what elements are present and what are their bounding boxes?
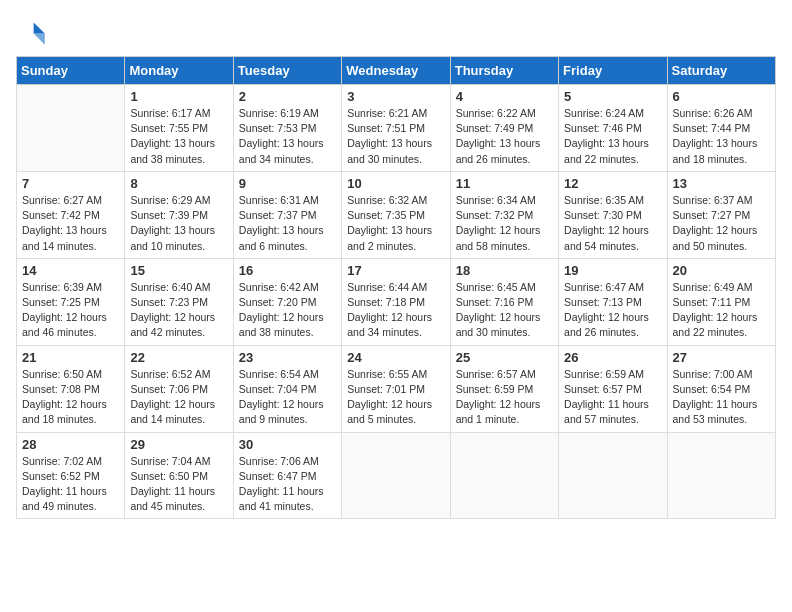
sunset-text: Sunset: 7:44 PM [673,121,770,136]
day-info: Sunrise: 6:17 AM Sunset: 7:55 PM Dayligh… [130,106,227,167]
day-number: 10 [347,176,444,191]
daylight-text: Daylight: 13 hours and 10 minutes. [130,223,227,253]
calendar-cell [559,432,667,519]
sunrise-text: Sunrise: 6:42 AM [239,280,336,295]
sunset-text: Sunset: 7:37 PM [239,208,336,223]
daylight-text: Daylight: 13 hours and 34 minutes. [239,136,336,166]
column-header-sunday: Sunday [17,57,125,85]
calendar-cell: 23 Sunrise: 6:54 AM Sunset: 7:04 PM Dayl… [233,345,341,432]
sunset-text: Sunset: 6:50 PM [130,469,227,484]
calendar-cell: 14 Sunrise: 6:39 AM Sunset: 7:25 PM Dayl… [17,258,125,345]
calendar-cell: 7 Sunrise: 6:27 AM Sunset: 7:42 PM Dayli… [17,171,125,258]
day-info: Sunrise: 6:45 AM Sunset: 7:16 PM Dayligh… [456,280,553,341]
sunrise-text: Sunrise: 7:00 AM [673,367,770,382]
daylight-text: Daylight: 12 hours and 42 minutes. [130,310,227,340]
daylight-text: Daylight: 12 hours and 54 minutes. [564,223,661,253]
calendar-week-row: 1 Sunrise: 6:17 AM Sunset: 7:55 PM Dayli… [17,85,776,172]
svg-marker-1 [34,34,45,45]
daylight-text: Daylight: 13 hours and 38 minutes. [130,136,227,166]
day-number: 24 [347,350,444,365]
calendar-week-row: 21 Sunrise: 6:50 AM Sunset: 7:08 PM Dayl… [17,345,776,432]
day-info: Sunrise: 6:52 AM Sunset: 7:06 PM Dayligh… [130,367,227,428]
daylight-text: Daylight: 12 hours and 5 minutes. [347,397,444,427]
calendar-cell: 30 Sunrise: 7:06 AM Sunset: 6:47 PM Dayl… [233,432,341,519]
daylight-text: Daylight: 11 hours and 53 minutes. [673,397,770,427]
sunset-text: Sunset: 7:16 PM [456,295,553,310]
day-number: 5 [564,89,661,104]
calendar-header-row: SundayMondayTuesdayWednesdayThursdayFrid… [17,57,776,85]
calendar-cell [342,432,450,519]
calendar-cell [667,432,775,519]
day-number: 1 [130,89,227,104]
calendar-cell: 20 Sunrise: 6:49 AM Sunset: 7:11 PM Dayl… [667,258,775,345]
sunrise-text: Sunrise: 6:45 AM [456,280,553,295]
sunrise-text: Sunrise: 6:49 AM [673,280,770,295]
day-info: Sunrise: 7:06 AM Sunset: 6:47 PM Dayligh… [239,454,336,515]
sunset-text: Sunset: 7:32 PM [456,208,553,223]
day-info: Sunrise: 6:27 AM Sunset: 7:42 PM Dayligh… [22,193,119,254]
day-info: Sunrise: 6:35 AM Sunset: 7:30 PM Dayligh… [564,193,661,254]
daylight-text: Daylight: 12 hours and 46 minutes. [22,310,119,340]
sunrise-text: Sunrise: 6:54 AM [239,367,336,382]
day-number: 18 [456,263,553,278]
day-info: Sunrise: 6:57 AM Sunset: 6:59 PM Dayligh… [456,367,553,428]
calendar-cell: 27 Sunrise: 7:00 AM Sunset: 6:54 PM Dayl… [667,345,775,432]
daylight-text: Daylight: 13 hours and 18 minutes. [673,136,770,166]
day-info: Sunrise: 6:40 AM Sunset: 7:23 PM Dayligh… [130,280,227,341]
day-info: Sunrise: 6:31 AM Sunset: 7:37 PM Dayligh… [239,193,336,254]
sunset-text: Sunset: 7:27 PM [673,208,770,223]
sunset-text: Sunset: 7:39 PM [130,208,227,223]
day-info: Sunrise: 7:00 AM Sunset: 6:54 PM Dayligh… [673,367,770,428]
sunset-text: Sunset: 7:25 PM [22,295,119,310]
calendar-table: SundayMondayTuesdayWednesdayThursdayFrid… [16,56,776,519]
sunset-text: Sunset: 7:04 PM [239,382,336,397]
sunrise-text: Sunrise: 6:24 AM [564,106,661,121]
day-number: 15 [130,263,227,278]
daylight-text: Daylight: 12 hours and 34 minutes. [347,310,444,340]
day-number: 27 [673,350,770,365]
sunrise-text: Sunrise: 6:47 AM [564,280,661,295]
sunset-text: Sunset: 7:42 PM [22,208,119,223]
daylight-text: Daylight: 12 hours and 38 minutes. [239,310,336,340]
day-info: Sunrise: 6:44 AM Sunset: 7:18 PM Dayligh… [347,280,444,341]
sunrise-text: Sunrise: 6:52 AM [130,367,227,382]
sunrise-text: Sunrise: 6:17 AM [130,106,227,121]
sunset-text: Sunset: 7:53 PM [239,121,336,136]
logo-icon [16,16,48,48]
sunset-text: Sunset: 7:49 PM [456,121,553,136]
sunset-text: Sunset: 7:30 PM [564,208,661,223]
day-number: 21 [22,350,119,365]
sunrise-text: Sunrise: 7:06 AM [239,454,336,469]
day-number: 29 [130,437,227,452]
calendar-cell: 21 Sunrise: 6:50 AM Sunset: 7:08 PM Dayl… [17,345,125,432]
sunrise-text: Sunrise: 6:32 AM [347,193,444,208]
day-info: Sunrise: 7:04 AM Sunset: 6:50 PM Dayligh… [130,454,227,515]
day-number: 2 [239,89,336,104]
sunrise-text: Sunrise: 6:19 AM [239,106,336,121]
sunrise-text: Sunrise: 7:02 AM [22,454,119,469]
day-number: 11 [456,176,553,191]
sunrise-text: Sunrise: 6:39 AM [22,280,119,295]
day-info: Sunrise: 6:42 AM Sunset: 7:20 PM Dayligh… [239,280,336,341]
day-number: 7 [22,176,119,191]
sunset-text: Sunset: 7:23 PM [130,295,227,310]
day-info: Sunrise: 6:21 AM Sunset: 7:51 PM Dayligh… [347,106,444,167]
sunrise-text: Sunrise: 6:27 AM [22,193,119,208]
column-header-thursday: Thursday [450,57,558,85]
column-header-wednesday: Wednesday [342,57,450,85]
column-header-monday: Monday [125,57,233,85]
day-number: 6 [673,89,770,104]
day-number: 4 [456,89,553,104]
daylight-text: Daylight: 11 hours and 49 minutes. [22,484,119,514]
sunrise-text: Sunrise: 6:50 AM [22,367,119,382]
day-info: Sunrise: 6:26 AM Sunset: 7:44 PM Dayligh… [673,106,770,167]
calendar-cell: 25 Sunrise: 6:57 AM Sunset: 6:59 PM Dayl… [450,345,558,432]
calendar-cell: 2 Sunrise: 6:19 AM Sunset: 7:53 PM Dayli… [233,85,341,172]
sunset-text: Sunset: 7:01 PM [347,382,444,397]
daylight-text: Daylight: 13 hours and 6 minutes. [239,223,336,253]
calendar-cell: 28 Sunrise: 7:02 AM Sunset: 6:52 PM Dayl… [17,432,125,519]
day-info: Sunrise: 6:49 AM Sunset: 7:11 PM Dayligh… [673,280,770,341]
day-info: Sunrise: 6:54 AM Sunset: 7:04 PM Dayligh… [239,367,336,428]
day-number: 9 [239,176,336,191]
calendar-cell: 1 Sunrise: 6:17 AM Sunset: 7:55 PM Dayli… [125,85,233,172]
